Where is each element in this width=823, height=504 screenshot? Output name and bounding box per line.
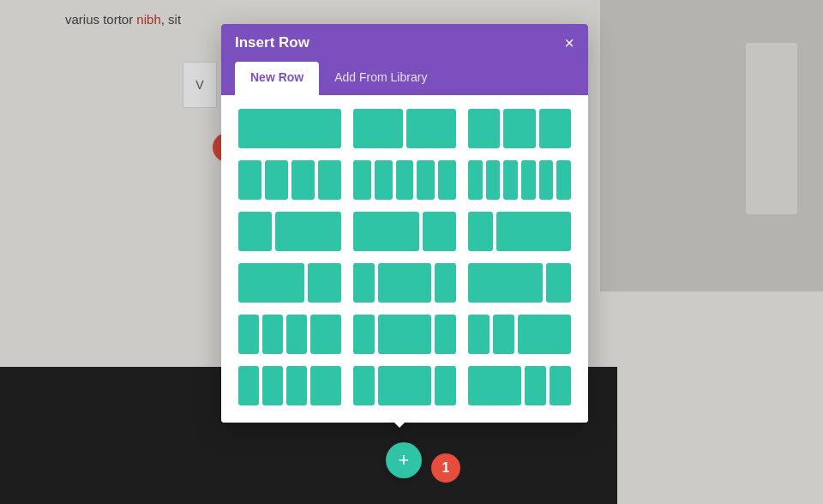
layout-1-2[interactable] — [238, 212, 341, 251]
layout-3-1[interactable] — [468, 263, 571, 303]
col-block — [521, 160, 536, 200]
col-block — [238, 366, 259, 405]
col-block — [525, 366, 546, 405]
col-block — [291, 160, 315, 200]
modal-body — [221, 95, 588, 423]
col-block — [238, 109, 341, 148]
col-block — [238, 212, 272, 251]
layout-2-1[interactable] — [238, 263, 341, 303]
layout-3col[interactable] — [468, 109, 571, 148]
badge-1: 1 — [431, 453, 460, 483]
col-block — [318, 160, 341, 200]
col-block — [468, 160, 483, 200]
layout-sm-sm-lg[interactable] — [468, 315, 571, 354]
col-block — [468, 366, 521, 405]
modal-tabs: New Row Add From Library — [221, 62, 588, 95]
col-block — [353, 160, 371, 200]
col-block — [310, 315, 341, 354]
col-block — [468, 109, 500, 148]
col-block — [353, 263, 375, 303]
col-block — [435, 315, 456, 354]
col-block — [435, 263, 456, 303]
col-block — [378, 263, 431, 303]
col-block — [468, 315, 490, 354]
col-block — [503, 160, 518, 200]
layout-sm-sm-sm-lg[interactable] — [238, 315, 341, 354]
layout-sm-lg-sm3[interactable] — [353, 366, 456, 405]
insert-row-modal: Insert Row × New Row Add From Library — [221, 24, 588, 423]
modal-header: Insert Row × — [221, 24, 588, 62]
tab-add-from-library[interactable]: Add From Library — [319, 62, 442, 95]
layout-lg-sm-sm[interactable] — [468, 366, 571, 405]
col-block — [353, 109, 403, 148]
layout-sm-lg-sm2[interactable] — [353, 315, 456, 354]
col-block — [546, 263, 571, 303]
col-block — [556, 160, 571, 200]
col-block — [353, 212, 419, 251]
layout-6col[interactable] — [468, 160, 571, 200]
col-block — [539, 109, 571, 148]
col-block — [262, 315, 283, 354]
layout-1-3[interactable] — [468, 212, 571, 251]
layout-1col[interactable] — [238, 109, 341, 148]
add-row-button[interactable]: + — [386, 442, 422, 478]
col-block — [468, 263, 543, 303]
modal-title: Insert Row — [235, 34, 309, 51]
layout-sm-sm-sm-md[interactable] — [238, 366, 341, 405]
modal-arrow — [389, 417, 410, 428]
col-block — [423, 212, 456, 251]
modal-close-button[interactable]: × — [564, 34, 574, 51]
col-block — [308, 263, 341, 303]
tab-new-row[interactable]: New Row — [235, 62, 319, 95]
col-block — [486, 160, 501, 200]
col-block — [238, 263, 304, 303]
col-block — [265, 160, 288, 200]
col-block — [353, 315, 375, 354]
col-block — [286, 366, 307, 405]
col-block — [438, 160, 456, 200]
layout-2col[interactable] — [353, 109, 456, 148]
col-block — [493, 315, 514, 354]
col-block — [310, 366, 341, 405]
col-block — [262, 366, 283, 405]
col-block — [417, 160, 435, 200]
col-block — [503, 109, 535, 148]
layout-4col[interactable] — [238, 160, 341, 200]
layout-sm-lg-sm[interactable] — [353, 263, 456, 303]
col-block — [496, 212, 571, 251]
col-block — [275, 212, 341, 251]
col-block — [396, 160, 414, 200]
layout-grid — [238, 109, 571, 405]
col-block — [353, 366, 375, 405]
col-block — [518, 315, 571, 354]
col-block — [550, 366, 571, 405]
col-block — [238, 315, 259, 354]
col-block — [539, 160, 554, 200]
col-block — [375, 160, 393, 200]
col-block — [468, 212, 493, 251]
layout-2-1-small[interactable] — [353, 212, 456, 251]
layout-5col[interactable] — [353, 160, 456, 200]
col-block — [435, 366, 456, 405]
col-block — [406, 109, 456, 148]
col-block — [378, 315, 431, 354]
col-block — [286, 315, 307, 354]
col-block — [238, 160, 261, 200]
col-block — [378, 366, 431, 405]
